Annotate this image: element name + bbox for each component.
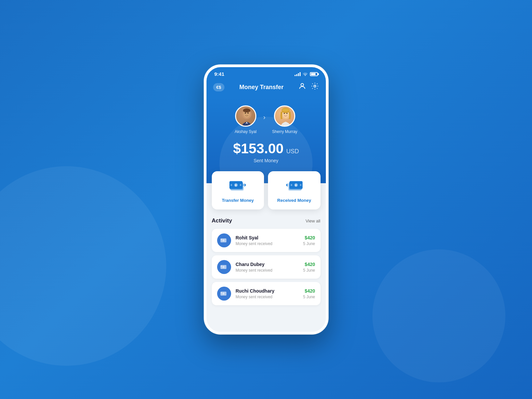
receiver-name: Sherry Murray [272,129,297,134]
transfer-avatars: Akshay Syal › [235,105,298,134]
activity-amount-1: $420 [303,262,315,267]
received-money-label: Received Money [277,198,311,203]
header-icons [298,82,319,92]
activity-date-1: 5 June [303,268,315,273]
activity-icon-0 [217,233,231,247]
phone: 9:41 [204,65,329,334]
activity-section: Activity View all Rohit Syal Money sent [206,212,326,332]
svg-rect-29 [300,184,301,186]
activity-icon-2 [217,287,231,301]
activity-title: Activity [212,217,232,224]
activity-amount-0: $420 [303,235,315,240]
svg-rect-21 [240,184,241,186]
received-money-icon: $ [286,178,303,195]
svg-point-5 [247,112,249,114]
svg-point-34 [222,266,224,268]
activity-name-2: Ruchi Choudhary [236,288,299,294]
activity-info-2: Ruchi Choudhary Money sent received [236,288,299,299]
activity-date-0: 5 June [303,241,315,246]
profile-icon[interactable] [298,82,306,92]
transfer-money-card[interactable]: $ Transfer Money [212,171,264,209]
activity-header: Activity View all [212,217,321,224]
sender-avatar [235,105,256,127]
activity-desc-1: Money sent received [236,268,299,273]
activity-date-2: 5 June [303,295,315,299]
status-time: 9:41 [214,71,224,77]
svg-rect-35 [221,266,222,267]
svg-point-1 [314,85,316,87]
sender-name: Akshay Syal [235,129,257,134]
phone-wrapper: 9:41 [204,65,329,334]
status-icons [295,71,318,77]
svg-rect-38 [221,292,222,294]
activity-desc-0: Money sent received [236,241,299,246]
amount-label: Sent Money [233,158,299,163]
svg-rect-7 [243,110,250,112]
sender-avatar-item: Akshay Syal [235,105,257,134]
arrow-icon: › [263,113,266,121]
activity-amount-col-0: $420 5 June [303,235,315,246]
svg-rect-32 [221,239,222,240]
transfer-money-label: Transfer Money [222,198,254,203]
battery-icon [310,72,318,76]
activity-name-0: Rohit Syal [236,235,299,240]
app-title: Money Transfer [239,84,284,91]
activity-amount-col-1: $420 5 June [303,262,315,273]
view-all-button[interactable]: View all [306,218,321,223]
activity-desc-2: Money sent received [236,295,299,299]
table-row[interactable]: Rohit Syal Money sent received $420 5 Ju… [212,229,321,252]
receiver-avatar-item: Sherry Murray [272,105,297,134]
svg-rect-20 [231,184,232,186]
logo-badge: €$ [213,83,224,91]
table-row[interactable]: Charu Dubey Money sent received $420 5 J… [212,255,321,279]
activity-amount-col-2: $420 5 June [303,288,315,299]
amount-value: $153.00 [233,141,284,157]
hero-section: Akshay Syal › [206,97,326,183]
svg-point-13 [282,108,289,112]
transfer-money-icon: $ [229,178,246,195]
activity-name-1: Charu Dubey [236,262,299,267]
svg-rect-28 [291,184,292,186]
received-money-card[interactable]: $ Received Money [268,171,321,209]
receiver-avatar [274,105,295,127]
activity-icon-1 [217,260,231,274]
svg-point-31 [222,239,224,241]
app-header: €$ Money Transfer [206,79,326,97]
activity-list: Rohit Syal Money sent received $420 5 Ju… [212,229,321,305]
activity-info-0: Rohit Syal Money sent received [236,235,299,246]
amount-display: $153.00 USD Sent Money [233,141,299,163]
svg-point-37 [222,293,224,295]
activity-amount-2: $420 [303,288,315,294]
table-row[interactable]: Ruchi Choudhary Money sent received $420… [212,282,321,305]
svg-text:$: $ [235,184,236,187]
activity-info-1: Charu Dubey Money sent received [236,262,299,273]
logo-text: €$ [216,85,221,90]
wifi-icon [303,71,308,77]
settings-icon[interactable] [311,82,319,92]
action-cards-row: $ Transfer Money [206,171,326,209]
status-bar: 9:41 [206,67,326,79]
amount-currency: USD [286,148,299,155]
signal-icon [295,72,301,76]
svg-text:$: $ [295,184,296,187]
svg-point-4 [245,112,246,114]
svg-point-0 [301,83,304,86]
